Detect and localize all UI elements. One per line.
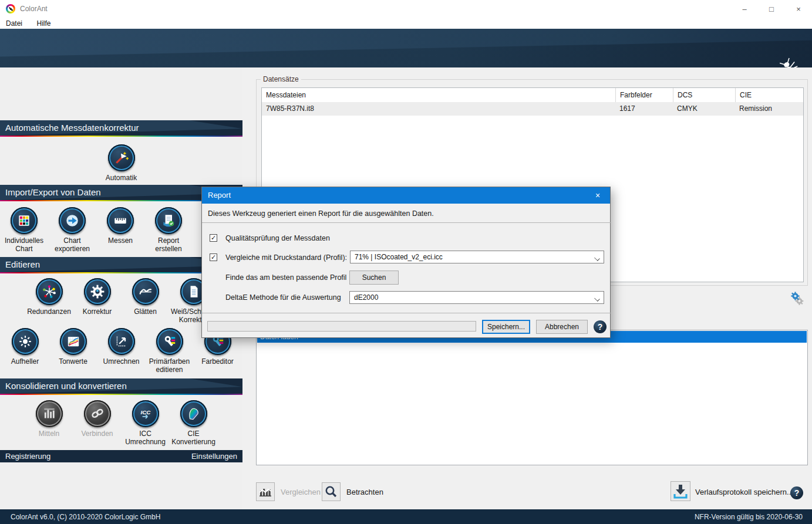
tool-aufheller[interactable]: Aufheller — [1, 328, 49, 374]
tool-label: Verbinden — [81, 430, 113, 438]
cell-farbfelder: 1617 — [615, 102, 673, 116]
svg-text:ICC: ICC — [140, 409, 151, 415]
dialog-description: Dieses Werkzeug generiert einen Report f… — [208, 209, 434, 218]
convert-arrow-icon — [108, 328, 135, 355]
deltae-method-select[interactable]: dE2000 — [349, 291, 604, 304]
tool-label: Glätten — [134, 307, 157, 316]
colorant-logo: ColorAnt — [713, 58, 801, 67]
tool-tonwerte[interactable]: Tonwerte — [49, 328, 97, 374]
tool-korrektur[interactable]: Korrektur — [73, 278, 122, 324]
tool-label: Umrechnen — [103, 357, 139, 366]
tool-label: Report erstellen — [144, 236, 193, 253]
tool-verbinden: Verbinden — [73, 400, 122, 446]
report-document-icon — [155, 207, 182, 234]
magic-wand-icon — [108, 144, 135, 171]
maximize-button[interactable]: □ — [758, 0, 785, 18]
table-row[interactable]: 7W85-R37N.it8 1617 CMYK Remission — [262, 102, 803, 116]
tool-label: Chart exportieren — [48, 236, 96, 253]
cell-dcs: CMYK — [673, 102, 735, 116]
cell-cie: Remission — [735, 102, 803, 116]
help-button[interactable]: ? — [790, 486, 803, 499]
profile-select-value: 71% | ISOcoated_v2_eci.icc — [355, 253, 443, 261]
tool-label: Tonwerte — [59, 357, 87, 366]
find-profile-label: Finde das am besten passende Profil — [225, 273, 346, 282]
tool-label: Primärfarben editieren — [146, 357, 194, 374]
gear-icon — [84, 278, 111, 305]
datasets-group-title: Datensätze — [261, 75, 301, 83]
save-log-button[interactable] — [671, 481, 690, 501]
sidebar-footer: Registrierung Einstellungen — [0, 450, 242, 462]
tool-label: Redundanzen — [27, 307, 71, 316]
quality-check-label: Qualitätsprüfung der Messdaten — [225, 234, 330, 242]
magnifier-icon — [324, 485, 338, 499]
history-log-list: Daten laden — [256, 330, 808, 465]
tool-icc-umrechnung[interactable]: ICC ICC Umrechnung — [122, 400, 170, 446]
cell-messdatei: 7W85-R37N.it8 — [262, 102, 615, 116]
colorant-app-icon — [6, 4, 15, 13]
tool-glaetten[interactable]: Glätten — [122, 278, 170, 324]
compare-chart-icon — [259, 485, 272, 498]
tool-label: Mitteln — [39, 430, 59, 438]
tool-label: CIE Konvertierung — [170, 430, 218, 446]
view-label: Betrachten — [346, 488, 383, 496]
dialog-close-button[interactable]: × — [585, 187, 610, 204]
close-button[interactable]: × — [785, 0, 812, 18]
save-log-label: Verlaufsprotokoll speichern... — [695, 488, 793, 496]
column-header-dcs[interactable]: DCS — [673, 88, 735, 102]
menu-datei[interactable]: Datei — [0, 18, 28, 28]
average-bars-icon — [36, 400, 63, 427]
registration-link[interactable]: Registrierung — [5, 452, 50, 461]
titlebar: ColorAnt – □ × — [0, 0, 812, 18]
save-button[interactable]: Speichern... — [482, 320, 530, 334]
process-settings-button[interactable] — [788, 289, 807, 308]
compare-standard-checkbox[interactable]: ✓ — [210, 253, 217, 261]
tool-redundanzen[interactable]: Redundanzen — [25, 278, 73, 324]
cancel-button[interactable]: Abbrechen — [536, 320, 588, 334]
compare-standard-label: Vergleiche mit Druckstandard (Profil): — [225, 253, 347, 262]
chevron-down-icon — [595, 256, 599, 261]
deltae-select-value: dE2000 — [354, 293, 378, 302]
report-dialog: Report × Dieses Werkzeug generiert einen… — [201, 187, 611, 338]
menu-hilfe[interactable]: Hilfe — [31, 18, 56, 28]
tool-chart-exportieren[interactable]: Chart exportieren — [48, 207, 96, 253]
menubar: Datei Hilfe — [0, 18, 812, 29]
column-header-messdateien[interactable]: Messdateien — [262, 88, 615, 102]
tool-cie-konvertierung[interactable]: CIE Konvertierung — [170, 400, 218, 446]
tool-umrechnen[interactable]: Umrechnen — [97, 328, 146, 374]
tool-mitteln: Mitteln — [25, 400, 73, 446]
window-title: ColorAnt — [20, 5, 48, 13]
tool-label: Aufheller — [11, 357, 39, 366]
tool-automatik[interactable]: Automatik — [97, 144, 146, 182]
compare-button[interactable] — [256, 482, 275, 501]
section-header-automatik: Automatische Messdatenkorrektur — [0, 120, 242, 136]
ant-icon — [774, 57, 805, 67]
tool-label: Messen — [108, 236, 133, 245]
tool-individuelles-chart[interactable]: Individuelles Chart — [0, 207, 48, 253]
column-header-cie[interactable]: CIE — [735, 88, 803, 102]
search-button[interactable]: Suchen — [349, 271, 399, 285]
compare-label: Vergleichen — [281, 488, 321, 496]
view-button[interactable] — [322, 482, 341, 501]
table-header-row: Messdateien Farbfelder DCS CIE — [262, 88, 803, 102]
tool-label: Individuelles Chart — [0, 236, 48, 253]
tool-label: Korrektur — [83, 307, 112, 316]
profile-select[interactable]: 71% | ISOcoated_v2_eci.icc — [350, 251, 604, 263]
tool-report-erstellen[interactable]: Report erstellen — [144, 207, 193, 253]
color-grid-icon — [11, 207, 38, 234]
app-header: Measurement Correction Application Color… — [0, 29, 812, 67]
smooth-curve-icon — [132, 278, 159, 305]
dialog-help-button[interactable]: ? — [594, 320, 607, 333]
tool-label: ICC Umrechnung — [122, 430, 170, 446]
version-text: ColorAnt v6.0, (C) 2010-2020 ColorLogic … — [11, 513, 160, 521]
tool-messen[interactable]: Messen — [96, 207, 144, 253]
cie-gamut-icon — [180, 400, 207, 427]
minimize-button[interactable]: – — [731, 0, 758, 18]
quality-check-checkbox[interactable]: ✓ — [210, 234, 217, 242]
settings-link[interactable]: Einstellungen — [191, 452, 237, 461]
section-header-konsolidieren: Konsolidieren und konvertieren — [0, 378, 242, 394]
starburst-icon — [36, 278, 63, 305]
tool-primaerfarben[interactable]: Primärfarben editieren — [146, 328, 194, 374]
section-rainbow — [0, 136, 242, 137]
download-icon — [672, 483, 689, 499]
column-header-farbfelder[interactable]: Farbfelder — [615, 88, 673, 102]
